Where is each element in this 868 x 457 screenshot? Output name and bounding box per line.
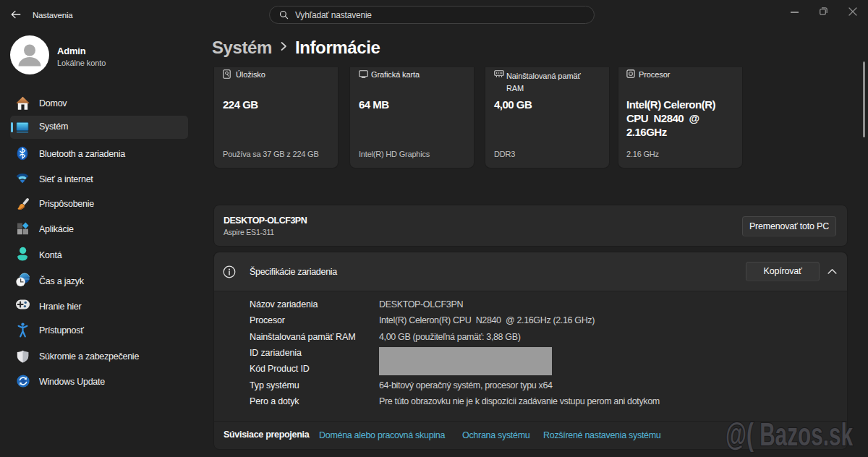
- svg-text:@( Bazos.sk: @( Bazos.sk: [726, 417, 853, 452]
